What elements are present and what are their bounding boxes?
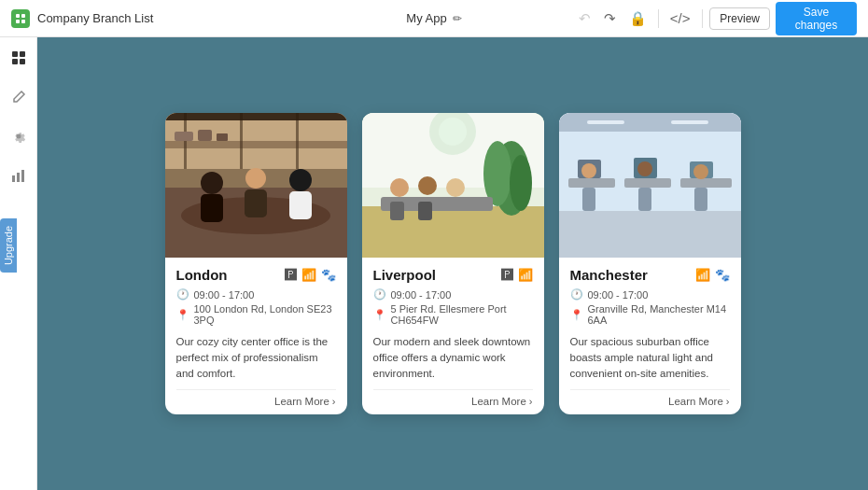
undo-button[interactable]: ↶ [575, 8, 595, 29]
svg-point-39 [390, 178, 409, 197]
redo-button[interactable]: ↷ [600, 8, 620, 29]
svg-point-22 [245, 168, 266, 189]
svg-rect-14 [165, 113, 347, 120]
card-title-london: London [176, 267, 228, 283]
svg-rect-42 [390, 202, 404, 220]
card-header-london: London 🅿 📶 🐾 [176, 267, 336, 283]
chevron-icon-london: › [332, 396, 336, 407]
card-hours-text-liverpool: 09:00 - 17:00 [391, 289, 452, 301]
card-footer-london: Learn More › [176, 389, 336, 407]
preview-button[interactable]: Preview [709, 7, 770, 30]
parking-icon: 🅿 [285, 268, 297, 282]
card-address-row-liverpool: 📍 5 Pier Rd. Ellesmere Port CH654FW [373, 303, 533, 326]
sidebar-item-edit[interactable] [7, 86, 30, 108]
location-icon-london: 📍 [176, 309, 189, 321]
svg-point-55 [581, 163, 596, 178]
topbar-title: Company Branch List [37, 11, 153, 25]
learn-more-london[interactable]: Learn More › [274, 396, 335, 407]
learn-more-manchester[interactable]: Learn More › [668, 396, 729, 407]
svg-rect-29 [217, 133, 228, 141]
card-address-london: 100 London Rd, London SE23 3PQ [194, 303, 336, 326]
svg-rect-58 [582, 188, 595, 211]
topbar-left: Company Branch List [11, 9, 293, 28]
learn-more-liverpool[interactable]: Learn More › [471, 396, 532, 407]
pets-icon: 🐾 [321, 268, 336, 282]
clock-icon-london: 🕐 [176, 288, 189, 301]
card-address-row-manchester: 📍 Granville Rd, Manchester M14 6AA [570, 303, 730, 326]
card-manchester: Manchester 📶 🐾 🕐 09:00 - 17:00 📍 Granvil… [559, 113, 741, 413]
svg-rect-7 [20, 59, 25, 64]
sidebar-item-grid[interactable] [7, 47, 30, 69]
card-liverpool: Liverpool 🅿 📶 🕐 09:00 - 17:00 📍 5 Pier R… [362, 113, 544, 413]
svg-point-36 [483, 141, 511, 206]
wifi-icon-manchester: 📶 [695, 268, 710, 282]
canvas: London 🅿 📶 🐾 🕐 09:00 - 17:00 📍 100 [37, 37, 868, 490]
toolbar-divider [658, 9, 659, 28]
code-button[interactable]: </> [666, 8, 694, 28]
app-name-edit-icon[interactable]: ✏ [453, 12, 462, 25]
svg-rect-49 [568, 178, 615, 188]
svg-rect-51 [680, 178, 732, 188]
card-title-liverpool: Liverpool [373, 267, 437, 283]
location-icon-liverpool: 📍 [373, 309, 386, 321]
card-amenities-london: 🅿 📶 🐾 [285, 268, 336, 282]
card-header-liverpool: Liverpool 🅿 📶 [373, 267, 533, 283]
svg-rect-48 [671, 120, 708, 124]
clock-icon-manchester: 🕐 [570, 288, 583, 301]
card-body-manchester: Manchester 📶 🐾 🕐 09:00 - 17:00 📍 Granvil… [559, 258, 741, 413]
svg-rect-23 [245, 189, 267, 217]
svg-rect-60 [694, 188, 707, 211]
svg-rect-3 [21, 20, 25, 23]
lock-button[interactable]: 🔒 [625, 8, 651, 29]
clock-icon-liverpool: 🕐 [373, 288, 386, 301]
svg-rect-59 [638, 188, 651, 211]
svg-rect-27 [175, 132, 193, 141]
svg-rect-61 [559, 211, 741, 258]
card-header-manchester: Manchester 📶 🐾 [570, 267, 730, 283]
svg-rect-25 [289, 191, 312, 219]
svg-rect-0 [16, 14, 20, 18]
svg-point-41 [446, 178, 465, 197]
card-hours-london: 🕐 09:00 - 17:00 [176, 288, 336, 301]
card-body-london: London 🅿 📶 🐾 🕐 09:00 - 17:00 📍 100 [165, 258, 347, 413]
card-hours-text-manchester: 09:00 - 17:00 [588, 289, 649, 301]
wifi-icon-liverpool: 📶 [518, 268, 533, 282]
svg-rect-5 [20, 51, 25, 57]
sidebar-item-analytics[interactable] [7, 164, 30, 187]
svg-rect-28 [198, 130, 212, 141]
sidebar-item-settings[interactable] [7, 125, 30, 147]
card-desc-london: Our cozy city center office is the perfe… [176, 334, 336, 381]
card-address-row-london: 📍 100 London Rd, London SE23 3PQ [176, 303, 336, 326]
svg-point-20 [201, 172, 223, 194]
card-hours-liverpool: 🕐 09:00 - 17:00 [373, 288, 533, 301]
card-hours-text-london: 09:00 - 17:00 [194, 289, 255, 301]
card-hours-manchester: 🕐 09:00 - 17:00 [570, 288, 730, 301]
svg-point-33 [439, 118, 467, 146]
svg-point-37 [510, 155, 532, 211]
app-icon [11, 9, 30, 28]
chevron-icon-liverpool: › [529, 396, 533, 407]
topbar-center: My App ✏ [293, 11, 575, 25]
svg-rect-26 [165, 141, 347, 148]
chevron-icon-manchester: › [726, 396, 730, 407]
card-london: London 🅿 📶 🐾 🕐 09:00 - 17:00 📍 100 [165, 113, 347, 413]
app-name-label: My App [406, 11, 446, 25]
svg-rect-4 [12, 51, 18, 57]
card-title-manchester: Manchester [570, 267, 648, 283]
wifi-icon: 📶 [301, 268, 316, 282]
card-image-liverpool [362, 113, 544, 258]
location-icon-manchester: 📍 [570, 309, 583, 321]
main-area: London 🅿 📶 🐾 🕐 09:00 - 17:00 📍 100 [0, 37, 868, 490]
toolbar-divider2 [702, 9, 703, 28]
topbar-actions: ↶ ↷ 🔒 </> Preview Save changes [575, 2, 857, 35]
card-image-manchester [559, 113, 741, 258]
svg-rect-9 [12, 175, 15, 182]
card-footer-liverpool: Learn More › [373, 389, 533, 407]
svg-point-57 [693, 164, 708, 179]
save-button[interactable]: Save changes [776, 2, 857, 35]
svg-point-8 [16, 134, 21, 139]
card-footer-manchester: Learn More › [570, 389, 730, 407]
svg-rect-1 [21, 14, 25, 18]
upgrade-badge[interactable]: Upgrade [0, 217, 17, 272]
svg-point-24 [289, 169, 312, 191]
